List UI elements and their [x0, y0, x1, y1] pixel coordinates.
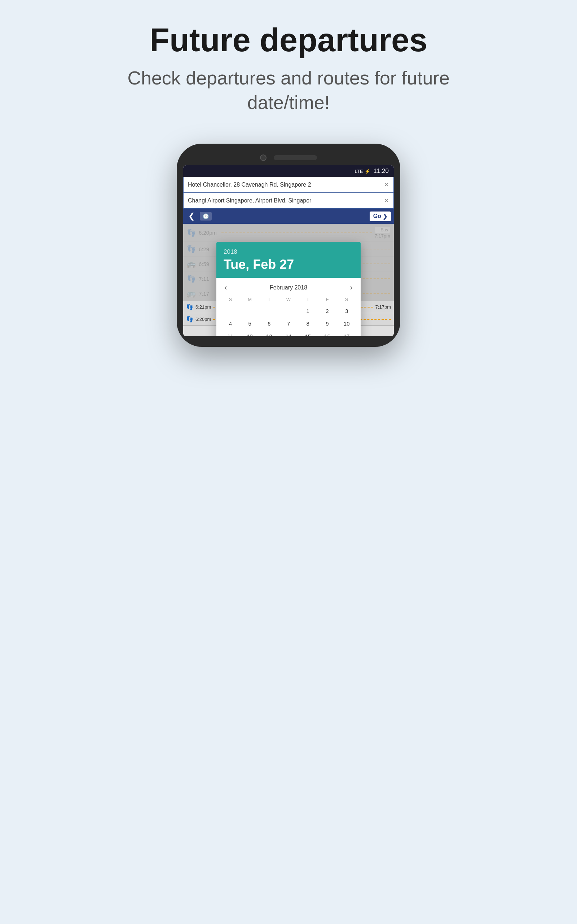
cal-day-empty: [259, 305, 279, 317]
calendar-header: 2018 Tue, Feb 27: [216, 242, 361, 278]
go-arrow-icon: ❯: [383, 213, 387, 220]
page-subtitle: Check departures and routes for future d…: [126, 66, 451, 115]
cal-day-empty: [221, 305, 240, 317]
cal-week-2: 4 5 6 7 8 9 10: [221, 318, 356, 330]
cal-weeks: 1 2 3 4 5 6 7 8 9: [221, 305, 356, 336]
from-field[interactable]: Hotel Chancellor, 28 Cavenagh Rd, Singap…: [183, 177, 394, 193]
dow-t2: T: [298, 295, 318, 304]
cal-day-11[interactable]: 11: [221, 330, 240, 336]
cal-day-2[interactable]: 2: [318, 305, 337, 317]
cal-next-button[interactable]: ›: [348, 283, 355, 292]
b2-time: 6:20pm: [195, 317, 211, 322]
cal-day-4[interactable]: 4: [221, 318, 240, 330]
page-title: Future departures: [150, 22, 427, 59]
speaker: [274, 155, 317, 160]
dow-w: W: [279, 295, 298, 304]
dow-s1: S: [221, 295, 240, 304]
cal-day-empty: [240, 305, 259, 317]
cal-prev-button[interactable]: ‹: [222, 283, 229, 292]
network-status: LTE ⚡: [355, 168, 371, 174]
dow-m: M: [240, 295, 259, 304]
calendar-modal: 2018 Tue, Feb 27 ‹ February 2018 › S M: [216, 242, 361, 336]
phone-top-bar: [183, 155, 394, 161]
cal-week-1: 1 2 3: [221, 305, 356, 317]
walk-icon-b1: 👣: [186, 304, 193, 310]
to-field-text: Changi Airport Singapore, Airport Blvd, …: [188, 197, 381, 204]
cal-day-9[interactable]: 9: [318, 318, 337, 330]
cal-day-1[interactable]: 1: [298, 305, 318, 317]
from-field-text: Hotel Chancellor, 28 Cavenagh Rd, Singap…: [188, 181, 381, 188]
phone-frame: LTE ⚡ 11:20 Hotel Chancellor, 28 Cavenag…: [177, 144, 400, 347]
b1-arr-time: 7:17pm: [376, 304, 391, 310]
cal-day-7[interactable]: 7: [279, 318, 298, 330]
dow-s2: S: [337, 295, 356, 304]
nav-row: ❮ 🕐 Go ❯: [183, 208, 394, 224]
status-bar: LTE ⚡ 11:20: [183, 165, 394, 177]
dow-t1: T: [259, 295, 279, 304]
cal-day-8[interactable]: 8: [298, 318, 318, 330]
cal-day-5[interactable]: 5: [240, 318, 259, 330]
clock-icon: 🕐: [203, 213, 209, 219]
dow-f: F: [318, 295, 337, 304]
cal-month-label: February 2018: [270, 284, 307, 291]
cal-day-17[interactable]: 17: [337, 330, 356, 336]
camera-icon: [260, 155, 266, 161]
phone-screen: LTE ⚡ 11:20 Hotel Chancellor, 28 Cavenag…: [183, 165, 394, 336]
cal-day-3[interactable]: 3: [337, 305, 356, 317]
cal-day-14[interactable]: 14: [279, 330, 298, 336]
cal-day-15[interactable]: 15: [298, 330, 318, 336]
prev-arrow[interactable]: ❮: [186, 211, 197, 221]
clock-button[interactable]: 🕐: [200, 212, 212, 221]
to-field[interactable]: Changi Airport Singapore, Airport Blvd, …: [183, 193, 394, 208]
cal-day-13[interactable]: 13: [259, 330, 279, 336]
lte-icon: LTE: [355, 168, 363, 174]
cal-day-6[interactable]: 6: [259, 318, 279, 330]
from-clear-button[interactable]: ✕: [384, 181, 389, 189]
cal-grid: S M T W T F S: [216, 295, 361, 336]
calendar-overlay: 2018 Tue, Feb 27 ‹ February 2018 › S M: [183, 224, 394, 301]
go-label: Go: [373, 213, 381, 220]
go-button[interactable]: Go ❯: [370, 212, 391, 221]
cal-date-large: Tue, Feb 27: [224, 257, 353, 272]
cal-day-12[interactable]: 12: [240, 330, 259, 336]
cal-dow-row: S M T W T F S: [221, 295, 356, 304]
cal-day-16[interactable]: 16: [318, 330, 337, 336]
departures-list: 👣 6:20pm Eas 7:17pm 👣 6:29 🚌 6:59: [183, 224, 394, 301]
cal-day-empty: [279, 305, 298, 317]
to-clear-button[interactable]: ✕: [384, 197, 389, 205]
b1-time: 6:21pm: [195, 304, 211, 310]
cal-week-3: 11 12 13 14 15 16 17: [221, 330, 356, 336]
walk-icon-b2: 👣: [186, 316, 193, 323]
cal-nav: ‹ February 2018 ›: [216, 278, 361, 295]
status-time: 11:20: [373, 168, 389, 175]
cal-day-10[interactable]: 10: [337, 318, 356, 330]
cal-year: 2018: [224, 248, 353, 255]
battery-icon: ⚡: [364, 168, 371, 174]
